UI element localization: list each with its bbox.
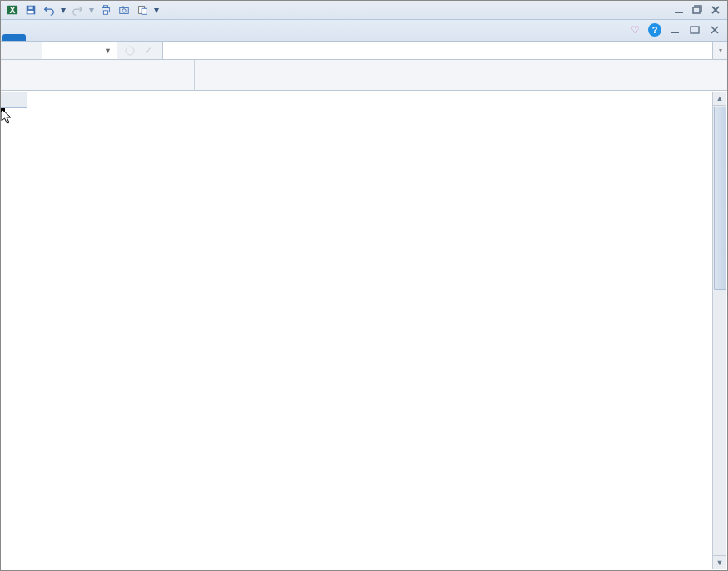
- svg-rect-15: [671, 32, 679, 33]
- save-icon[interactable]: [22, 2, 39, 18]
- svg-rect-16: [691, 27, 699, 33]
- spreadsheet-grid[interactable]: [1, 92, 727, 570]
- heart-icon[interactable]: ♡: [627, 22, 642, 37]
- print-preview-icon[interactable]: [97, 2, 114, 18]
- redo-icon[interactable]: [69, 2, 86, 18]
- formula-bar-spacer: [1, 42, 42, 59]
- mouse-cursor-icon: [1, 108, 16, 127]
- formula-expand-icon[interactable]: ▾: [712, 42, 727, 59]
- ribbon-panel: [1, 60, 727, 91]
- select-all-corner[interactable]: [1, 92, 27, 108]
- svg-point-9: [122, 9, 126, 12]
- formula-bar: ▼ ✓ ▾: [1, 42, 727, 60]
- svg-rect-10: [122, 7, 124, 8]
- qat-customize-icon[interactable]: ▾: [152, 2, 161, 18]
- undo-dropdown-icon[interactable]: ▾: [59, 2, 67, 18]
- title-bar: X ▾ ▾ ▾: [1, 1, 727, 20]
- svg-rect-13: [675, 12, 683, 13]
- ribbon-tabs: ♡ ?: [1, 20, 727, 42]
- svg-rect-12: [142, 8, 147, 14]
- svg-rect-6: [103, 6, 107, 8]
- svg-point-17: [126, 47, 134, 55]
- redo-dropdown-icon[interactable]: ▾: [87, 2, 96, 18]
- svg-text:X: X: [9, 5, 15, 15]
- scroll-down-icon[interactable]: ▼: [713, 555, 726, 569]
- help-icon[interactable]: ?: [647, 22, 662, 37]
- excel-icon[interactable]: X: [4, 2, 21, 18]
- ribbon-restore-icon[interactable]: [687, 22, 702, 37]
- svg-rect-7: [103, 11, 107, 14]
- ribbon-close-icon[interactable]: [707, 22, 722, 37]
- scroll-up-icon[interactable]: ▲: [713, 92, 726, 106]
- name-box-dropdown-icon[interactable]: ▼: [104, 47, 112, 55]
- close-icon[interactable]: [707, 2, 724, 17]
- svg-rect-3: [28, 11, 34, 14]
- svg-rect-14: [693, 7, 700, 13]
- vertical-scrollbar[interactable]: ▲ ▼: [712, 92, 726, 569]
- tab-file[interactable]: [2, 34, 26, 41]
- camera-icon[interactable]: [116, 2, 132, 18]
- ribbon-minimize-icon[interactable]: [667, 22, 682, 37]
- paste-options-icon[interactable]: [134, 2, 151, 18]
- cancel-formula-icon[interactable]: [121, 43, 139, 58]
- svg-rect-4: [28, 7, 32, 10]
- active-cell-outline: [1, 108, 4, 112]
- name-box[interactable]: ▼: [42, 42, 117, 59]
- undo-icon[interactable]: [41, 2, 57, 18]
- restore-icon[interactable]: [689, 2, 706, 17]
- enter-formula-icon[interactable]: ✓: [139, 43, 157, 58]
- scroll-thumb[interactable]: [714, 107, 726, 290]
- formula-input[interactable]: [162, 42, 712, 59]
- minimize-icon[interactable]: [671, 2, 687, 17]
